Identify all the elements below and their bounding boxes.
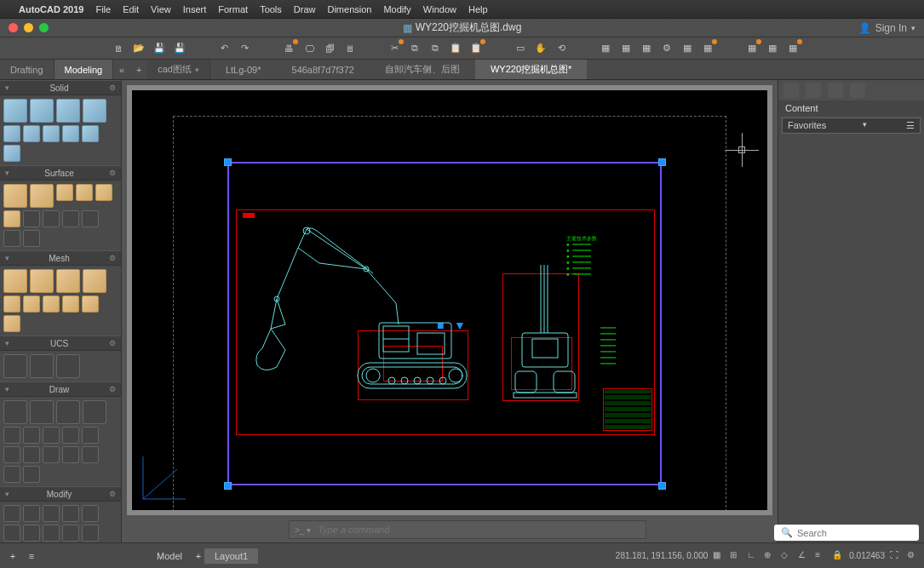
add-layout-plus-icon[interactable]: +: [192, 550, 204, 562]
panel-solid-header[interactable]: ▾Solid⚙: [0, 80, 121, 95]
workspace-drafting-tab[interactable]: Drafting: [0, 60, 55, 79]
d8[interactable]: [43, 446, 60, 463]
osnap-icon[interactable]: ◇: [781, 550, 793, 562]
layout1-tab[interactable]: Layout1: [204, 548, 258, 564]
tool1-icon[interactable]: ▦: [598, 41, 613, 56]
doc-tab-3[interactable]: WY220挖掘机总图*: [475, 60, 587, 79]
drawing-canvas[interactable]: ■ ▼ 主要技术参数▪ ━━━━━━▪ ━━━━━━▪ ━━━━━━▪ ━━━━…: [127, 85, 772, 515]
save-icon[interactable]: 💾: [152, 41, 167, 56]
tool4-icon[interactable]: ⚙: [659, 41, 674, 56]
doc-tab-1[interactable]: 546a8f7d7f372: [277, 60, 370, 79]
redo-icon[interactable]: ↷: [237, 41, 252, 56]
su2[interactable]: [76, 184, 93, 201]
mo10[interactable]: [82, 525, 99, 542]
otrack-icon[interactable]: ∠: [798, 550, 810, 562]
gear-icon[interactable]: ⚙: [109, 83, 116, 92]
palette3-icon[interactable]: ▦: [785, 41, 801, 56]
mo3[interactable]: [43, 505, 60, 522]
mo4[interactable]: [62, 505, 79, 522]
panel-draw-header[interactable]: ▾Draw⚙: [0, 382, 121, 397]
d1[interactable]: [3, 427, 20, 444]
doc-tab-2[interactable]: 自卸汽车侧、后图: [370, 60, 475, 79]
m6[interactable]: [23, 295, 40, 313]
d12[interactable]: [23, 466, 40, 483]
list-icon[interactable]: ☰: [906, 120, 915, 131]
wedge-tool[interactable]: [56, 99, 80, 123]
d5[interactable]: [82, 427, 99, 444]
grip-bl[interactable]: [224, 482, 232, 490]
close-window-button[interactable]: [9, 23, 18, 32]
paste-special-icon[interactable]: 📋: [468, 41, 484, 56]
palette2-icon[interactable]: ▦: [765, 41, 780, 56]
revolve-tool[interactable]: [83, 99, 106, 123]
match-prop-icon[interactable]: ▭: [513, 41, 528, 56]
workspace-modeling-tab[interactable]: Modeling: [55, 60, 114, 79]
circle-tool[interactable]: [30, 400, 54, 424]
page-setup-icon[interactable]: 🗏: [342, 41, 358, 56]
mo9[interactable]: [62, 525, 79, 542]
menu-file[interactable]: File: [95, 4, 111, 14]
panel-surface-header[interactable]: ▾Surface⚙: [0, 165, 121, 181]
app-name[interactable]: AutoCAD 2019: [19, 4, 83, 14]
su5[interactable]: [23, 210, 40, 227]
su1[interactable]: [56, 184, 73, 201]
paste-icon[interactable]: 📋: [448, 41, 463, 56]
plot-icon[interactable]: 🖶: [281, 41, 296, 56]
su4[interactable]: [3, 210, 20, 227]
d4[interactable]: [62, 427, 79, 444]
panel-modify-header[interactable]: ▾Modify⚙: [0, 486, 121, 502]
mo1[interactable]: [3, 505, 20, 522]
m2[interactable]: [30, 269, 54, 293]
workspace-add-icon[interactable]: +: [130, 60, 147, 79]
su6[interactable]: [43, 210, 60, 227]
u3[interactable]: [56, 354, 80, 378]
layer-dropdown[interactable]: cad图纸 ▾: [147, 60, 210, 79]
su10[interactable]: [23, 230, 40, 247]
search-box[interactable]: 🔍: [774, 525, 919, 541]
snap-icon[interactable]: ⊞: [730, 550, 742, 562]
m4[interactable]: [83, 269, 106, 293]
mo5[interactable]: [82, 505, 99, 522]
properties-tab[interactable]: [806, 83, 821, 98]
content-tab[interactable]: [783, 83, 799, 98]
command-line[interactable]: >_ ▾: [289, 520, 646, 539]
panel-mesh-header[interactable]: ▾Mesh⚙: [0, 250, 121, 266]
d11[interactable]: [3, 466, 20, 483]
zoom-window-button[interactable]: [39, 23, 49, 32]
open-icon[interactable]: 📂: [131, 41, 146, 56]
s6[interactable]: [3, 145, 20, 162]
s1[interactable]: [3, 125, 20, 142]
menu-format[interactable]: Format: [218, 4, 248, 14]
layers-tab[interactable]: [850, 83, 865, 98]
u1[interactable]: [3, 354, 27, 378]
su8[interactable]: [82, 210, 99, 227]
d3[interactable]: [43, 427, 60, 444]
customize-icon[interactable]: ⚙: [907, 550, 919, 562]
menu-draw[interactable]: Draw: [294, 4, 316, 14]
ortho-icon[interactable]: ∟: [747, 550, 759, 562]
mo8[interactable]: [43, 525, 60, 542]
menu-modify[interactable]: Modify: [383, 4, 410, 14]
m10[interactable]: [3, 315, 20, 332]
layout-menu-icon[interactable]: ≡: [26, 550, 37, 562]
menu-dimension[interactable]: Dimension: [327, 4, 371, 14]
menu-help[interactable]: Help: [468, 4, 488, 14]
surf2[interactable]: [30, 184, 54, 208]
su9[interactable]: [3, 230, 20, 247]
gear-icon[interactable]: ⚙: [109, 490, 116, 498]
annotation-scale[interactable]: 0.012463: [849, 551, 885, 560]
preview-icon[interactable]: 🖵: [301, 41, 317, 56]
su7[interactable]: [62, 210, 79, 227]
grip-tl[interactable]: [224, 158, 232, 166]
gear-icon[interactable]: ⚙: [109, 385, 116, 393]
palette1-icon[interactable]: ▦: [744, 41, 760, 56]
m7[interactable]: [43, 295, 60, 313]
box-tool[interactable]: [3, 99, 27, 123]
publish-icon[interactable]: 🗐: [322, 41, 337, 56]
new-icon[interactable]: 🗎: [111, 41, 126, 56]
saveas-icon[interactable]: 💾: [172, 41, 187, 56]
blocks-tab[interactable]: [828, 83, 843, 98]
grid-icon[interactable]: ▦: [713, 550, 725, 562]
cut-icon[interactable]: ✂: [387, 41, 402, 56]
m1[interactable]: [3, 269, 27, 293]
